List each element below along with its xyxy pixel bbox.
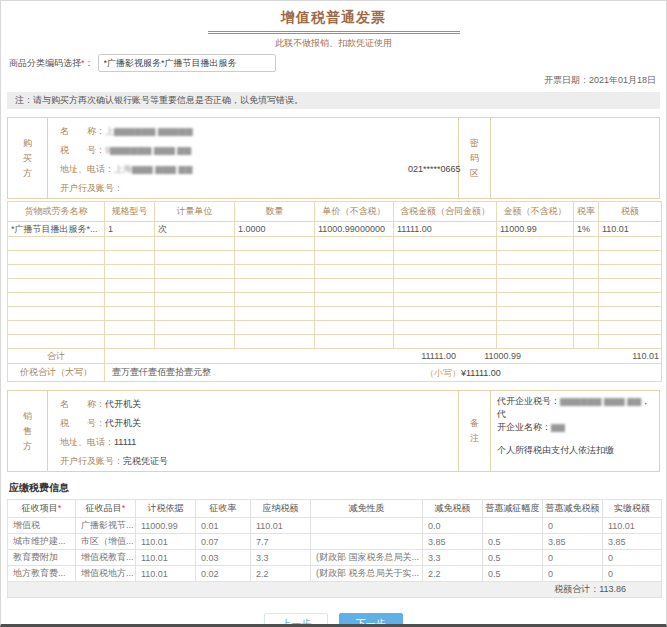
empty-cell — [235, 265, 315, 279]
empty-row — [8, 265, 662, 279]
empty-cell — [155, 307, 235, 321]
empty-cell — [315, 335, 394, 349]
category-label: 商品分类编码选择*： — [9, 57, 94, 70]
remark-gap — [497, 434, 655, 444]
next-step-button[interactable]: 下一步 — [339, 613, 403, 627]
empty-cell — [105, 335, 155, 349]
total-tax: 110.01 — [632, 349, 659, 364]
tax-total-row: 税额合计：113.86 — [8, 582, 662, 598]
empty-cell — [394, 279, 497, 293]
col-reduction-amount: 减免税额 — [423, 500, 483, 518]
item-tax-incl-amount: 11111.00 — [394, 222, 497, 237]
amount-in-words-cell: 壹万壹仟壹佰壹拾壹元整 （小写）¥11111.00 — [105, 364, 662, 382]
empty-cell — [574, 321, 599, 335]
empty-cell — [155, 251, 235, 265]
empty-row — [8, 279, 662, 293]
tax-header-row: 征收项目* 征收品目* 计税依据 征收率 应纳税额 减免性质 减免税额 普惠减征… — [8, 500, 662, 518]
totals-label: 合计 — [8, 349, 105, 364]
remark-line-1: 代开企业税号：▆▆▆▆▆▆ ▆▆▆ ▆▆，代 — [497, 395, 655, 421]
empty-cell — [105, 265, 155, 279]
required-asterisk: * — [122, 503, 126, 513]
empty-cell — [8, 307, 105, 321]
empty-cell — [105, 237, 155, 251]
col-unit: 计量单位 — [155, 202, 235, 222]
empty-cell — [315, 265, 394, 279]
remark-line-2: 开企业名称：▆▆ — [497, 421, 655, 434]
col-amount: 金额（不含税） — [497, 202, 574, 222]
category-code-input[interactable] — [98, 54, 276, 72]
empty-cell — [574, 265, 599, 279]
empty-cell — [155, 265, 235, 279]
password-zone-area — [491, 118, 659, 198]
totals-row: 合计 11111.00 11000.99 110.01 — [8, 349, 662, 364]
required-asterisk: * — [58, 503, 62, 513]
title-double-rule — [208, 31, 460, 34]
empty-cell — [599, 293, 662, 307]
empty-row — [8, 335, 662, 349]
empty-cell — [155, 279, 235, 293]
empty-row — [8, 307, 662, 321]
empty-cell — [599, 321, 662, 335]
empty-cell — [155, 293, 235, 307]
col-levy-rate: 征收率 — [196, 500, 251, 518]
page-title: 增值税普通发票 — [1, 9, 666, 27]
seller-taxno-line: 税 号：代开机关 — [60, 414, 458, 433]
col-levy-category: 征收品目* — [76, 500, 136, 518]
invoice-subtitle: 此联不做报销、扣款凭证使用 — [1, 37, 666, 50]
col-actual-paid: 实缴税额 — [603, 500, 662, 518]
col-tax-basis: 计税依据 — [136, 500, 196, 518]
buyer-taxno-line: 税 号：9▆▆▆▆▆▆ ▆▆▆ ▆▆ — [60, 141, 458, 160]
empty-cell — [315, 251, 394, 265]
buyer-name-value: 上▆▆▆▆▆▆ ▆▆▆▆▆ — [105, 126, 193, 136]
empty-row — [8, 237, 662, 251]
empty-cell — [105, 321, 155, 335]
empty-cell — [574, 279, 599, 293]
empty-cell — [574, 293, 599, 307]
empty-cell — [574, 237, 599, 251]
buyer-box: 购买方 名 称：上▆▆▆▆▆▆ ▆▆▆▆▆ 税 号：9▆▆▆▆▆▆ ▆▆▆ ▆▆… — [7, 117, 660, 199]
buyer-fields: 名 称：上▆▆▆▆▆▆ ▆▆▆▆▆ 税 号：9▆▆▆▆▆▆ ▆▆▆ ▆▆ 地址、… — [48, 118, 458, 198]
empty-cell — [497, 251, 574, 265]
empty-cell — [497, 307, 574, 321]
item-row: *广播节目播出服务*... 1 次 1.0000 11000.99000000 … — [8, 222, 662, 237]
col-tax: 税额 — [599, 202, 662, 222]
tax-row-urban-maintenance: 城市维护建...市区（增值...110.010.077.73.850.53.85… — [8, 534, 662, 550]
empty-cell — [394, 321, 497, 335]
item-amount: 11000.99 — [497, 222, 574, 237]
empty-cell — [8, 293, 105, 307]
empty-cell — [599, 335, 662, 349]
previous-step-button[interactable]: 上一步 — [264, 613, 328, 627]
tax-row-vat: 增值税广播影视节...11000.990.01110.010.00110.01 — [8, 518, 662, 534]
amount-in-words-value: 壹万壹仟壹佰壹拾壹元整 — [112, 367, 211, 377]
empty-cell — [235, 279, 315, 293]
empty-cell — [8, 237, 105, 251]
amount-in-figures: （小写）¥11111.00 — [425, 364, 501, 382]
col-reduction-nature: 减免性质 — [311, 500, 423, 518]
col-unit-price: 单价（不含税） — [315, 202, 394, 222]
empty-cell — [497, 293, 574, 307]
empty-cell — [599, 237, 662, 251]
seller-taxno-value: 代开机关 — [105, 418, 141, 428]
empty-cell — [315, 279, 394, 293]
empty-cell — [235, 321, 315, 335]
item-tax-rate: 1% — [574, 222, 599, 237]
invoice-header: 增值税普通发票 此联不做报销、扣款凭证使用 — [1, 1, 666, 50]
invoice-page: 增值税普通发票 此联不做报销、扣款凭证使用 商品分类编码选择*： 开票日期：20… — [0, 0, 667, 627]
empty-cell — [394, 265, 497, 279]
empty-cell — [155, 237, 235, 251]
seller-bank-line: 开户行及账号：完税凭证号 — [60, 452, 458, 471]
empty-cell — [574, 307, 599, 321]
empty-cell — [315, 321, 394, 335]
empty-cell — [8, 265, 105, 279]
remark-line-3: 个人所得税由支付人依法扣缴 — [497, 444, 655, 457]
empty-cell — [105, 307, 155, 321]
tax-total-value: 税额合计：113.86 — [8, 582, 662, 598]
seller-box: 销售方 名 称：代开机关 税 号：代开机关 地址、电话：11111 开户行及账号… — [7, 390, 660, 472]
item-unit-price: 11000.99000000 — [315, 222, 394, 237]
empty-cell — [315, 237, 394, 251]
amount-in-words-label: 价税合计（大写） — [8, 364, 105, 382]
buyer-taxno-value: 9▆▆▆▆▆▆ ▆▆▆ ▆▆ — [105, 145, 191, 155]
empty-cell — [497, 237, 574, 251]
empty-cell — [155, 321, 235, 335]
tax-row-education-surcharge: 教育费附加增值税教育...110.010.033.3(财政部 国家税务总局关..… — [8, 550, 662, 566]
